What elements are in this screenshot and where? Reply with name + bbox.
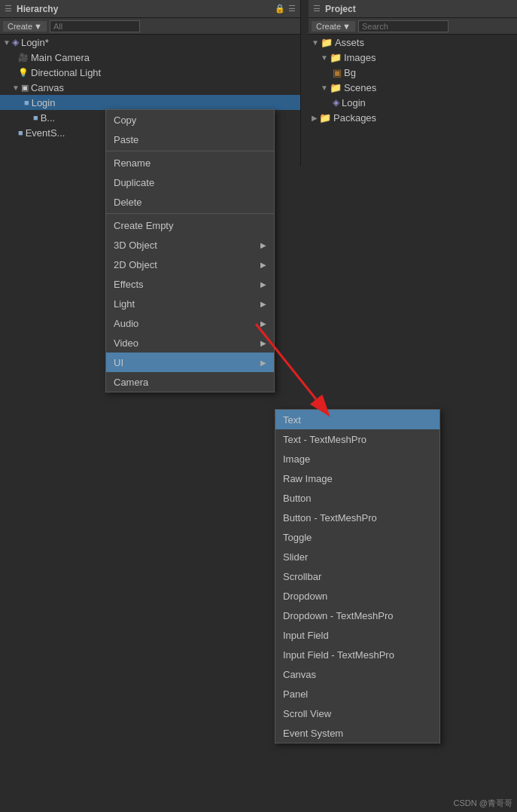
menu-light[interactable]: Light ▶ [106,294,274,313]
video-arrow-icon: ▶ [260,339,266,347]
menu-create-empty[interactable]: Create Empty [106,215,274,235]
project-panel: ☰ Project Create ▼ ▼ 📁 Assets ▼ 📁 Images… [309,0,517,166]
menu-video[interactable]: Video ▶ [106,333,274,353]
b-icon: ■ [33,113,38,122]
b-label: B... [41,112,56,124]
submenu-button-textmeshpro[interactable]: Button - TextMeshPro [275,508,439,527]
scenes-folder[interactable]: ▼ 📁 Scenes [309,80,517,95]
packages-folder-icon: 📁 [319,112,331,124]
project-search-input[interactable] [358,20,449,32]
3d-object-arrow-icon: ▶ [260,241,266,249]
submenu-scroll-view[interactable]: Scroll View [275,704,439,723]
submenu-panel[interactable]: Panel [275,684,439,704]
canvas-item[interactable]: ▼ ▣ Canvas [0,80,300,95]
submenu-text[interactable]: Text [275,410,439,429]
submenu-button[interactable]: Button [275,488,439,508]
submenu-canvas[interactable]: Canvas [275,664,439,684]
audio-arrow-icon: ▶ [260,319,266,328]
menu-separator-1 [106,151,274,151]
scenes-label: Scenes [344,82,376,93]
ui-submenu: Text Text - TextMeshPro Image Raw Image … [275,409,440,743]
assets-chevron-icon: ▼ [312,38,319,47]
menu-duplicate[interactable]: Duplicate [106,172,274,192]
menu-copy[interactable]: Copy [106,110,274,130]
submenu-text-textmeshpro[interactable]: Text - TextMeshPro [275,429,439,449]
scenes-chevron-icon: ▼ [321,84,328,92]
events-icon: ■ [18,128,23,137]
submenu-raw-image[interactable]: Raw Image [275,469,439,488]
main-camera-label: Main Camera [31,52,90,63]
canvas-chevron-icon: ▼ [12,84,20,92]
login-label: Login [32,97,56,108]
packages-folder[interactable]: ▶ 📁 Packages [309,110,517,125]
hierarchy-header-controls: 🔒 ☰ [275,4,296,14]
menu-delete[interactable]: Delete [106,192,274,212]
assets-folder-icon: 📁 [321,37,333,48]
events-label: EventS... [26,127,65,139]
submenu-scrollbar[interactable]: Scrollbar [275,566,439,586]
watermark: CSDN @青哥哥 [454,798,512,809]
scene-root-item[interactable]: ▼ ◈ Login* [0,35,300,50]
menu-2d-object[interactable]: 2D Object ▶ [106,255,274,274]
login-scene-icon: ◈ [333,97,339,108]
submenu-image[interactable]: Image [275,449,439,469]
lock-icon[interactable]: 🔒 [275,4,285,14]
bg-icon: ▣ [333,67,342,78]
menu-paste[interactable]: Paste [106,130,274,149]
submenu-input-field[interactable]: Input Field [275,625,439,645]
scene-chevron-icon: ▼ [3,38,11,47]
menu-ui[interactable]: UI ▶ [106,353,274,372]
project-header: ☰ Project [309,0,517,18]
login-scene-label: Login [342,97,366,108]
menu-audio[interactable]: Audio ▶ [106,313,274,333]
main-camera-item[interactable]: 🎥 Main Camera [0,50,300,65]
bg-item[interactable]: ▣ Bg [309,65,517,80]
packages-label: Packages [333,112,376,124]
assets-label: Assets [335,37,364,48]
menu-effects[interactable]: Effects ▶ [106,274,274,294]
login-icon: ■ [24,98,29,107]
ui-arrow-icon: ▶ [260,359,266,367]
light-icon: 💡 [18,68,29,78]
project-drag-icon: ☰ [313,4,321,14]
submenu-dropdown-textmeshpro[interactable]: Dropdown - TextMeshPro [275,606,439,625]
submenu-toggle[interactable]: Toggle [275,527,439,547]
project-toolbar: Create ▼ [309,18,517,35]
menu-camera[interactable]: Camera [106,372,274,392]
create-chevron-icon: ▼ [34,22,42,31]
menu-icon[interactable]: ☰ [288,4,296,14]
canvas-label: Canvas [31,82,64,93]
images-folder[interactable]: ▼ 📁 Images [309,50,517,65]
project-create-chevron-icon: ▼ [342,22,351,31]
menu-rename[interactable]: Rename [106,153,274,172]
camera-icon: 🎥 [18,53,29,63]
light-arrow-icon: ▶ [260,300,266,308]
hierarchy-search-input[interactable] [50,20,140,32]
effects-arrow-icon: ▶ [260,280,266,288]
canvas-icon: ▣ [21,83,29,93]
login-item[interactable]: ■ Login [0,95,300,110]
directional-light-item[interactable]: 💡 Directional Light [0,65,300,80]
submenu-dropdown[interactable]: Dropdown [275,586,439,606]
images-chevron-icon: ▼ [321,53,328,62]
submenu-input-field-textmeshpro[interactable]: Input Field - TextMeshPro [275,645,439,664]
scene-icon: ◈ [12,37,19,47]
login-scene-item[interactable]: ◈ Login [309,95,517,110]
scene-label: Login* [21,37,49,48]
hierarchy-drag-icon: ☰ [5,4,12,14]
images-label: Images [344,52,376,63]
2d-object-arrow-icon: ▶ [260,261,266,269]
scenes-folder-icon: 📁 [330,82,342,93]
directional-light-label: Directional Light [31,67,101,78]
assets-folder[interactable]: ▼ 📁 Assets [309,35,517,50]
submenu-event-system[interactable]: Event System [275,723,439,743]
context-menu: Copy Paste Rename Duplicate Delete Creat… [105,109,275,392]
hierarchy-title: Hierarchy [17,4,58,14]
hierarchy-create-button[interactable]: Create ▼ [3,21,47,32]
project-create-button[interactable]: Create ▼ [312,21,355,32]
images-folder-icon: 📁 [330,52,342,63]
project-title: Project [325,4,356,14]
menu-3d-object[interactable]: 3D Object ▶ [106,235,274,255]
submenu-slider[interactable]: Slider [275,547,439,566]
menu-separator-2 [106,213,274,214]
